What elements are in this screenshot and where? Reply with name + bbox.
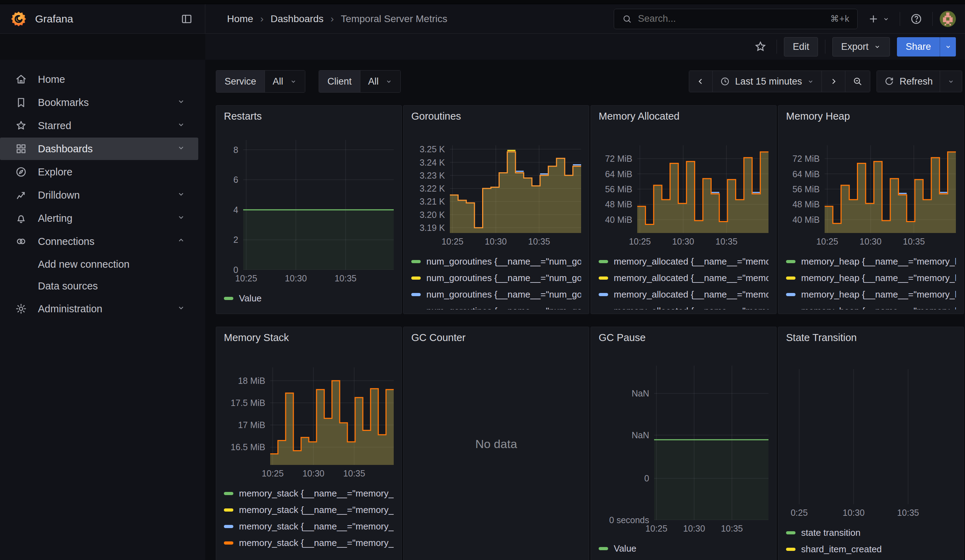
- y-axis-tick: 17 MiB: [238, 420, 265, 430]
- refresh-button[interactable]: Refresh: [877, 71, 940, 92]
- chevron-up-icon[interactable]: [177, 236, 186, 247]
- sidebar-item-alerting[interactable]: Alerting: [0, 207, 198, 230]
- sidebar-item-label: Connections: [38, 236, 167, 247]
- breadcrumb-item-dashboards[interactable]: Dashboards: [271, 13, 324, 24]
- y-axis-tick: 4: [233, 204, 238, 215]
- legend-series-label: memory_stack {__name__="memory_s: [239, 537, 394, 549]
- sidebar-item-label: Alerting: [38, 213, 167, 224]
- panel-title[interactable]: GC Pause: [599, 332, 769, 348]
- chevron-down-icon[interactable]: [177, 213, 186, 224]
- y-axis: 18 MiB17.5 MiB17 MiB16.5 MiB: [224, 367, 270, 465]
- legend-item[interactable]: shard_item_created: [786, 541, 956, 558]
- help-icon[interactable]: [907, 10, 925, 28]
- legend-series-label: state transition: [801, 527, 860, 538]
- sidebar-item-administration[interactable]: Administration: [0, 297, 198, 320]
- legend-item[interactable]: memory_stack {__name__="memory_s: [224, 518, 394, 535]
- zoom-out-time-button[interactable]: [845, 71, 870, 92]
- chevron-down-icon[interactable]: [177, 143, 186, 155]
- y-axis-tick: 17.5 MiB: [231, 398, 265, 408]
- sidebar-item-home[interactable]: Home: [0, 68, 198, 90]
- legend-item[interactable]: memory_allocated {__name__="memo: [599, 253, 769, 270]
- legend-item[interactable]: memory_heap {__name__="memory_h: [786, 286, 956, 303]
- brand[interactable]: Grafana: [10, 11, 178, 27]
- sidebar-item-label: Starred: [38, 120, 167, 132]
- breadcrumb-item-home[interactable]: Home: [227, 13, 254, 24]
- panel-state-transition: State Transition 0:2510:3010:35 state tr…: [778, 327, 964, 560]
- y-axis: NaNNaN00 seconds: [599, 366, 654, 520]
- y-axis-tick: 3.22 K: [420, 183, 445, 194]
- y-axis-tick: 72 MiB: [792, 154, 820, 164]
- export-button[interactable]: Export: [833, 37, 890, 57]
- panel-title[interactable]: State Transition: [786, 332, 956, 348]
- search-input[interactable]: [638, 13, 824, 24]
- legend-item[interactable]: memory_stack {__name__="memory_s: [224, 502, 394, 518]
- chart-plot[interactable]: [270, 367, 394, 465]
- search-box[interactable]: ⌘+k: [614, 9, 858, 29]
- panel-title[interactable]: Memory Allocated: [599, 111, 769, 126]
- mega-menu-toggle-icon[interactable]: [178, 10, 196, 28]
- sidebar-item-bookmarks[interactable]: Bookmarks: [0, 91, 198, 114]
- chart-plot[interactable]: [654, 366, 769, 520]
- legend-item[interactable]: memory_stack {__name__="memory_s: [224, 535, 394, 551]
- legend-item[interactable]: memory_heap {__name__="memory_h: [786, 253, 956, 270]
- legend: num_goroutines {__name__="num_gonum_goro…: [411, 253, 581, 309]
- sidebar-item-drilldown[interactable]: Drilldown: [0, 184, 198, 206]
- sidebar-item-explore[interactable]: Explore: [0, 161, 198, 183]
- legend-item[interactable]: num_goroutines {__name__="num_go: [411, 270, 581, 286]
- panel-title[interactable]: Goroutines: [411, 111, 581, 126]
- legend-item[interactable]: Value: [599, 540, 769, 557]
- chevron-down-icon[interactable]: [177, 303, 186, 315]
- time-range-picker[interactable]: Last 15 minutes: [712, 71, 822, 92]
- sidebar-subitem-data-sources[interactable]: Data sources: [0, 275, 205, 297]
- legend-item[interactable]: state transition: [786, 524, 956, 541]
- sidebar-item-dashboards[interactable]: Dashboards: [0, 137, 198, 160]
- edit-button[interactable]: Edit: [784, 37, 818, 57]
- panel-title[interactable]: Restarts: [224, 111, 394, 126]
- clock-icon: [720, 76, 730, 87]
- sidebar-item-label: Bookmarks: [38, 97, 167, 108]
- legend-item[interactable]: memory_heap {__name__="memory_h: [786, 270, 956, 286]
- legend-item[interactable]: memory_heap {__name__="memory_h: [786, 303, 956, 309]
- panel-gc-pause: GC Pause NaNNaN00 seconds 10:2510:3010:3…: [590, 327, 777, 560]
- sidebar-item-starred[interactable]: Starred: [0, 114, 198, 137]
- chevron-down-icon[interactable]: [177, 120, 186, 132]
- chart-plot[interactable]: [450, 145, 581, 233]
- legend-series-marker: [599, 547, 608, 550]
- time-shift-back-button[interactable]: [689, 71, 712, 92]
- legend-item[interactable]: num_goroutines {__name__="num_go: [411, 253, 581, 270]
- y-axis-tick: 3.19 K: [420, 223, 445, 233]
- legend-item[interactable]: num_goroutines {__name__="num_go: [411, 286, 581, 303]
- client-variable-value[interactable]: All: [360, 70, 401, 92]
- share-menu-caret[interactable]: [940, 37, 956, 57]
- chart-plot[interactable]: [824, 145, 956, 233]
- legend-item[interactable]: memory_allocated {__name__="memo: [599, 270, 769, 286]
- template-variables: Service All Client All: [216, 70, 401, 93]
- chart-plot[interactable]: [637, 145, 769, 233]
- sidebar-item-connections[interactable]: Connections: [0, 230, 198, 253]
- grafana-logo-icon: [10, 11, 27, 27]
- user-avatar[interactable]: [940, 11, 956, 27]
- star-dashboard-icon[interactable]: [751, 38, 770, 56]
- panel-title[interactable]: Memory Stack: [224, 332, 394, 348]
- legend-series-label: memory_allocated {__name__="memo: [614, 256, 769, 267]
- sidebar-subitem-add-new-connection[interactable]: Add new connection: [0, 253, 205, 275]
- sub-toolbar: Service All Client All: [205, 60, 965, 93]
- panel-title[interactable]: Memory Heap: [786, 111, 956, 126]
- legend-item[interactable]: memory_stack {__name__="memory_s: [224, 485, 394, 502]
- time-range-label: Last 15 minutes: [735, 76, 802, 87]
- chevron-down-icon[interactable]: [177, 97, 186, 108]
- time-shift-forward-button[interactable]: [821, 71, 845, 92]
- refresh-interval-caret[interactable]: [940, 71, 962, 92]
- share-button[interactable]: Share: [897, 37, 940, 57]
- chart-plot[interactable]: [791, 369, 956, 504]
- add-new-button[interactable]: [865, 10, 893, 28]
- chart-plot[interactable]: [243, 140, 394, 270]
- legend-item[interactable]: Value: [224, 290, 394, 307]
- legend-item[interactable]: memory_allocated {__name__="memo: [599, 303, 769, 309]
- chevron-down-icon[interactable]: [177, 189, 186, 201]
- service-variable-value[interactable]: All: [265, 70, 305, 92]
- panel-gc-counter: GC Counter No data: [403, 327, 589, 560]
- legend-item[interactable]: num_goroutines {__name__="num_go: [411, 303, 581, 309]
- x-axis-tick: 10:35: [334, 273, 357, 284]
- legend-item[interactable]: memory_allocated {__name__="memo: [599, 286, 769, 303]
